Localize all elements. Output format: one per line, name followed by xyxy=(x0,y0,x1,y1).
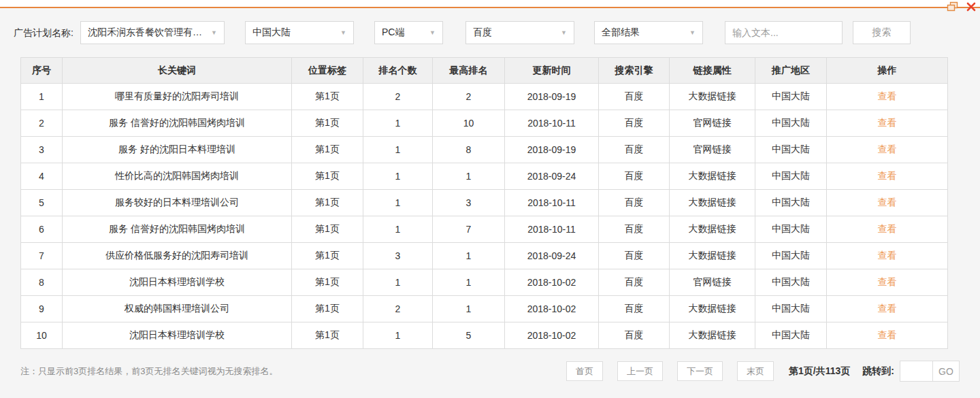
region-select[interactable]: 中国大陆 ▼ xyxy=(245,21,354,44)
jump-to-label: 跳转到: xyxy=(862,365,894,378)
col-update-time: 更新时间 xyxy=(505,58,599,84)
view-link[interactable]: 查看 xyxy=(878,170,897,181)
cell-action: 查看 xyxy=(827,190,948,216)
last-page-button[interactable]: 末页 xyxy=(737,361,774,381)
view-link[interactable]: 查看 xyxy=(878,117,897,128)
view-link[interactable]: 查看 xyxy=(878,276,897,287)
cell-rank-count: 1 xyxy=(363,322,433,349)
cell-engine: 百度 xyxy=(599,216,670,243)
restore-window-icon[interactable] xyxy=(947,1,958,12)
pagination: 首页 上一页 下一页 末页 第1页/共113页 跳转到: GO xyxy=(566,361,960,382)
cell-action: 查看 xyxy=(827,322,948,349)
cell-keyword: 性价比高的沈阳韩国烤肉培训 xyxy=(63,163,292,190)
cell-region: 中国大陆 xyxy=(755,296,827,322)
cell-keyword: 服务 好的沈阳日本料理培训 xyxy=(63,137,292,163)
cell-page-tag: 第1页 xyxy=(292,243,363,269)
first-page-button[interactable]: 首页 xyxy=(566,361,603,381)
cell-best-rank: 8 xyxy=(433,137,505,163)
next-page-button[interactable]: 下一页 xyxy=(677,361,723,381)
cell-seq: 5 xyxy=(21,190,63,216)
cell-link-attr: 大数据链接 xyxy=(670,243,755,269)
cell-region: 中国大陆 xyxy=(755,110,827,137)
cell-update-time: 2018-10-11 xyxy=(505,110,599,137)
cell-region: 中国大陆 xyxy=(755,84,827,110)
cell-keyword: 沈阳日本料理培训学校 xyxy=(63,269,292,296)
cell-link-attr: 官网链接 xyxy=(670,110,755,137)
cell-link-attr: 大数据链接 xyxy=(670,322,755,349)
campaign-name-label: 广告计划名称: xyxy=(14,21,74,44)
cell-keyword: 服务 信誉好的沈阳韩国烤肉培训 xyxy=(63,110,292,137)
cell-seq: 6 xyxy=(21,216,63,243)
cell-page-tag: 第1页 xyxy=(292,137,363,163)
view-link[interactable]: 查看 xyxy=(878,223,897,234)
cell-update-time: 2018-10-02 xyxy=(505,322,599,349)
view-link[interactable]: 查看 xyxy=(878,144,897,154)
cell-seq: 4 xyxy=(21,163,63,190)
cell-page-tag: 第1页 xyxy=(292,269,363,296)
view-link[interactable]: 查看 xyxy=(878,197,897,208)
result-filter-select[interactable]: 全部结果 ▼ xyxy=(594,21,703,44)
cell-best-rank: 1 xyxy=(433,163,505,190)
cell-rank-count: 1 xyxy=(363,190,433,216)
col-seq: 序号 xyxy=(21,58,63,84)
table-row: 1哪里有质量好的沈阳寿司培训第1页222018-09-19百度大数据链接中国大陆… xyxy=(21,84,948,110)
cell-update-time: 2018-09-19 xyxy=(505,84,599,110)
window-controls xyxy=(947,1,976,12)
view-link[interactable]: 查看 xyxy=(878,90,897,101)
chevron-down-icon: ▼ xyxy=(429,29,436,36)
search-button[interactable]: 搜索 xyxy=(853,21,911,44)
cell-page-tag: 第1页 xyxy=(292,216,363,243)
chevron-down-icon: ▼ xyxy=(689,29,696,36)
keyword-rank-table: 序号 长关键词 位置标签 排名个数 最高排名 更新时间 搜索引擎 链接属性 推广… xyxy=(20,57,948,349)
cell-seq: 1 xyxy=(21,84,63,110)
cell-engine: 百度 xyxy=(599,269,670,296)
cell-link-attr: 大数据链接 xyxy=(670,296,755,322)
table-row: 10沈阳日本料理培训学校第1页152018-10-02百度大数据链接中国大陆查看 xyxy=(21,322,948,349)
go-button[interactable]: GO xyxy=(932,361,959,381)
cell-rank-count: 2 xyxy=(363,296,433,322)
table-header-row: 序号 长关键词 位置标签 排名个数 最高排名 更新时间 搜索引擎 链接属性 推广… xyxy=(21,58,948,84)
table-row: 6服务 信誉好的沈阳韩国烤肉培训第1页172018-10-11百度大数据链接中国… xyxy=(21,216,948,243)
cell-link-attr: 大数据链接 xyxy=(670,163,755,190)
col-link-attr: 链接属性 xyxy=(670,58,755,84)
jump-group: GO xyxy=(900,361,960,382)
cell-seq: 9 xyxy=(21,296,63,322)
col-engine: 搜索引擎 xyxy=(599,58,670,84)
cell-seq: 3 xyxy=(21,137,63,163)
platform-select[interactable]: PC端 ▼ xyxy=(374,21,443,44)
search-input[interactable] xyxy=(725,21,843,44)
chevron-down-icon: ▼ xyxy=(340,29,346,36)
cell-best-rank: 3 xyxy=(433,190,505,216)
cell-action: 查看 xyxy=(827,110,948,137)
cell-engine: 百度 xyxy=(599,110,670,137)
cell-page-tag: 第1页 xyxy=(292,163,363,190)
cell-rank-count: 1 xyxy=(363,216,433,243)
close-icon[interactable] xyxy=(966,2,976,12)
view-link[interactable]: 查看 xyxy=(878,250,897,261)
cell-rank-count: 1 xyxy=(363,269,433,296)
cell-rank-count: 3 xyxy=(363,243,433,269)
filter-bar: 广告计划名称: 沈阳禾润东香餐饮管理有限公... ▼ 中国大陆 ▼ PC端 ▼ … xyxy=(0,8,980,57)
table-row: 5服务较好的日本料理培训公司第1页132018-10-11百度大数据链接中国大陆… xyxy=(21,190,948,216)
col-action: 操作 xyxy=(827,58,948,84)
view-link[interactable]: 查看 xyxy=(878,329,897,340)
cell-engine: 百度 xyxy=(599,243,670,269)
cell-region: 中国大陆 xyxy=(755,243,827,269)
cell-action: 查看 xyxy=(827,84,948,110)
cell-action: 查看 xyxy=(827,137,948,163)
jump-page-input[interactable] xyxy=(900,361,932,381)
platform-select-value: PC端 xyxy=(382,27,404,39)
cell-link-attr: 官网链接 xyxy=(670,137,755,163)
cell-page-tag: 第1页 xyxy=(292,296,363,322)
prev-page-button[interactable]: 上一页 xyxy=(617,361,663,381)
cell-page-tag: 第1页 xyxy=(292,190,363,216)
view-link[interactable]: 查看 xyxy=(878,303,897,314)
cell-page-tag: 第1页 xyxy=(292,84,363,110)
engine-select-value: 百度 xyxy=(473,27,492,39)
table-row: 9权威的韩国料理培训公司第1页212018-10-02百度大数据链接中国大陆查看 xyxy=(21,296,948,322)
engine-select[interactable]: 百度 ▼ xyxy=(466,21,574,44)
cell-best-rank: 10 xyxy=(433,110,505,137)
campaign-select[interactable]: 沈阳禾润东香餐饮管理有限公... ▼ xyxy=(80,21,225,44)
col-region: 推广地区 xyxy=(755,58,827,84)
footer: 注：只显示前3页排名结果，前3页无排名关键词视为无搜索排名。 首页 上一页 下一… xyxy=(20,361,960,382)
